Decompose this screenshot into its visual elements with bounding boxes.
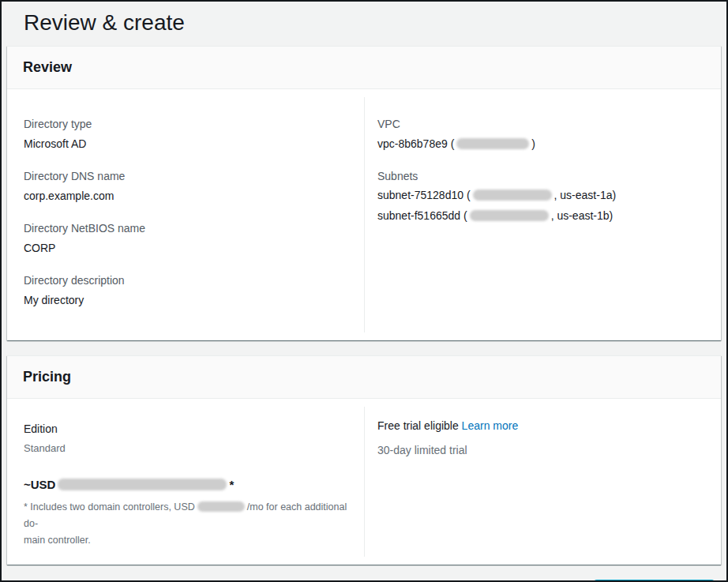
- page-title: Review & create: [2, 2, 726, 36]
- redacted-subnet-2-name: [470, 210, 549, 221]
- subnets-label: Subnets: [377, 168, 705, 184]
- review-card-header: Review: [7, 47, 721, 89]
- edition-field: Edition Standard: [24, 421, 348, 456]
- pricing-right-column: Free trial eligible Learn more 30-day li…: [365, 407, 721, 557]
- vpc-value: vpc-8b6b78e9 (): [377, 136, 705, 152]
- directory-description-field: Directory description My directory: [24, 272, 348, 308]
- subnet-1-suffix: , us-east-1a): [554, 189, 617, 201]
- directory-netbios-name-field: Directory NetBIOS name CORP: [24, 220, 348, 256]
- directory-type-field: Directory type Microsoft AD: [24, 116, 348, 152]
- price-group: ~USD* * Includes two domain controllers,…: [24, 477, 348, 549]
- directory-description-value: My directory: [24, 292, 348, 308]
- directory-type-label: Directory type: [24, 116, 348, 132]
- directory-description-label: Directory description: [24, 272, 348, 288]
- directory-dns-name-value: corp.example.com: [24, 188, 348, 204]
- edition-label: Edition: [24, 421, 348, 437]
- subnet-2-suffix: , us-east-1b): [551, 209, 614, 222]
- pricing-card-header: Pricing: [7, 356, 721, 399]
- review-left-column: Directory type Microsoft AD Directory DN…: [7, 97, 365, 332]
- subnets-field: Subnets subnet-75128d10 (, us-east-1a) s…: [377, 168, 705, 225]
- pricing-header-title: Pricing: [23, 369, 705, 385]
- footer-actions: Cancel Previous Create directory: [2, 565, 726, 582]
- edition-value: Standard: [24, 441, 348, 456]
- price-line: ~USD*: [24, 477, 348, 493]
- footnote-line2: main controller.: [24, 532, 348, 549]
- redacted-subnet-1-name: [473, 190, 552, 201]
- subnet-1-prefix: subnet-75128d10 (: [377, 189, 471, 201]
- directory-dns-name-field: Directory DNS name corp.example.com: [24, 168, 348, 204]
- directory-netbios-name-label: Directory NetBIOS name: [24, 220, 348, 236]
- vpc-field: VPC vpc-8b6b78e9 (): [377, 116, 705, 152]
- directory-netbios-name-value: CORP: [24, 240, 348, 256]
- vpc-value-prefix: vpc-8b6b78e9 (: [377, 137, 454, 150]
- review-right-column: VPC vpc-8b6b78e9 () Subnets subnet-75128…: [365, 97, 721, 332]
- free-trial-text: Free trial eligible: [377, 419, 462, 432]
- price-asterisk: *: [229, 478, 234, 491]
- subnet-value-2: subnet-f51665dd (, us-east-1b): [377, 206, 705, 225]
- subnet-value-1: subnet-75128d10 (, us-east-1a): [377, 186, 705, 205]
- price-prefix: ~USD: [24, 478, 55, 491]
- review-card-body: Directory type Microsoft AD Directory DN…: [7, 89, 721, 340]
- directory-dns-name-label: Directory DNS name: [24, 168, 348, 184]
- free-trial-line: Free trial eligible Learn more: [377, 418, 705, 434]
- review-create-page: Review & create Review Directory type Mi…: [0, 0, 728, 582]
- price-footnote: * Includes two domain controllers, USD/m…: [24, 499, 348, 549]
- review-header-title: Review: [23, 59, 705, 76]
- vpc-value-suffix: ): [531, 137, 535, 150]
- subnet-2-prefix: subnet-f51665dd (: [377, 209, 467, 222]
- review-card: Review Directory type Microsoft AD Direc…: [7, 46, 721, 340]
- pricing-card: Pricing Edition Standard ~USD* * Include…: [7, 355, 721, 565]
- vpc-label: VPC: [377, 116, 705, 132]
- pricing-card-body: Edition Standard ~USD* * Includes two do…: [7, 399, 721, 565]
- pricing-left-column: Edition Standard ~USD* * Includes two do…: [7, 407, 365, 557]
- trial-detail-text: 30-day limited trial: [377, 442, 705, 458]
- learn-more-link[interactable]: Learn more: [462, 419, 519, 432]
- redacted-footnote-amount: [197, 501, 245, 512]
- redacted-price-amount: [58, 479, 227, 490]
- footnote-prefix: * Includes two domain controllers, USD: [24, 501, 195, 513]
- redacted-vpc-name: [456, 138, 529, 149]
- directory-type-value: Microsoft AD: [24, 136, 348, 152]
